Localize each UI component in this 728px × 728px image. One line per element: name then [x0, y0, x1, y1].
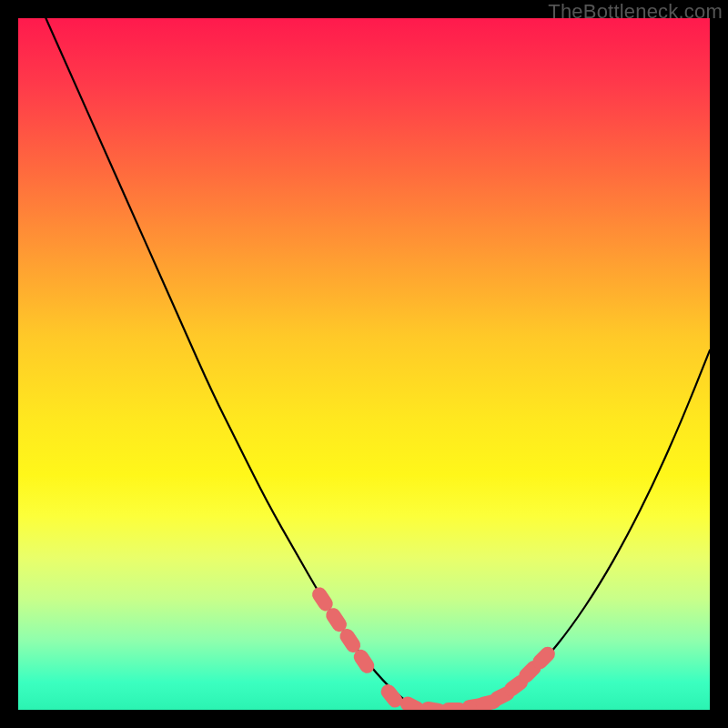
chart-frame: TheBottleneck.com — [0, 0, 728, 728]
plot-area — [18, 18, 710, 710]
bottleneck-chart — [18, 18, 710, 710]
marker-group — [309, 584, 558, 710]
watermark-text: TheBottleneck.com — [548, 0, 723, 24]
bottleneck-curve — [46, 18, 710, 710]
